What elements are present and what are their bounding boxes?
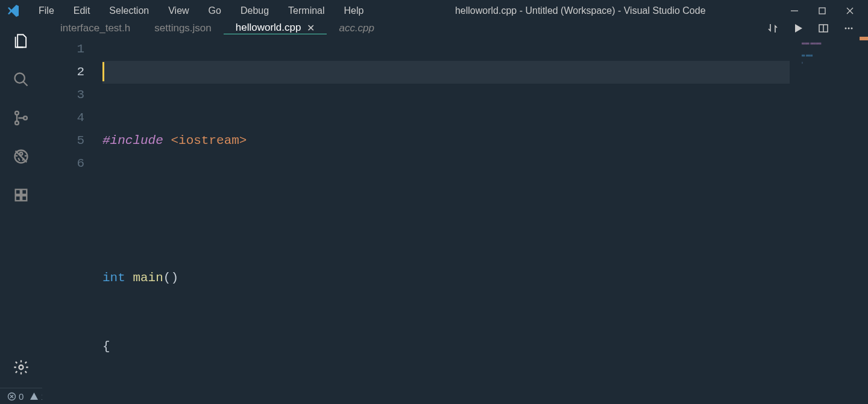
line-number: 1 [42,38,84,61]
svg-rect-15 [22,196,27,200]
tok: int [102,271,125,285]
code-content[interactable]: #include <iostream> int main() { std::co… [102,34,868,404]
minimize-icon[interactable] [788,5,800,17]
menu-terminal[interactable]: Terminal [280,2,333,20]
svg-rect-12 [16,190,20,194]
line-number: 3 [42,84,84,107]
source-control-icon[interactable] [9,106,33,130]
line-gutter: 1 2 3 4 5 6 [42,34,102,404]
tab-helloworld[interactable]: helloworld.cpp ✕ [224,22,327,34]
line-number: 2 [42,61,84,84]
more-icon[interactable] [843,22,855,34]
code-editor[interactable]: 1 2 3 4 5 6 #include <iostream> int main… [42,34,868,404]
menu-file[interactable]: File [30,2,63,20]
tab-interface-test[interactable]: interface_test.h [48,22,142,34]
run-icon[interactable] [792,22,804,34]
tok: () [163,271,178,285]
tab-label: helloworld.cpp [236,22,301,34]
activitybar [0,22,42,388]
svg-point-8 [24,116,27,120]
editor-cursor [102,62,104,81]
tab-label: interface_test.h [60,22,130,34]
svg-point-4 [15,73,25,83]
svg-point-21 [851,27,853,29]
tok: #include [102,134,163,148]
svg-point-7 [15,121,19,125]
window-title: helloworld.cpp - Untitled (Workspace) - … [372,5,788,16]
minimap[interactable]: ███████ ██████████ ███ ██████ █ ████████… [802,38,862,68]
debug-icon[interactable] [9,145,33,169]
window-controls [788,5,862,17]
menu-help[interactable]: Help [336,2,373,20]
tab-label: acc.cpp [339,22,374,34]
close-icon[interactable] [844,5,856,17]
line-number: 5 [42,129,84,152]
svg-rect-13 [22,190,27,194]
close-tab-icon[interactable]: ✕ [307,22,315,34]
svg-rect-1 [819,8,825,14]
extensions-icon[interactable] [9,183,33,207]
vscode-logo-icon [6,4,20,18]
split-editor-icon[interactable] [817,22,829,34]
menubar: File Edit Selection View Go Debug Termin… [30,2,372,20]
line-number: 6 [42,152,84,175]
tab-settings-json[interactable]: settings.json [142,22,224,34]
editor-tabs: interface_test.h settings.json helloworl… [42,22,868,34]
active-line-highlight [102,61,790,84]
svg-point-6 [15,111,19,115]
line-number: 4 [42,107,84,129]
menu-go[interactable]: Go [200,2,230,20]
svg-point-16 [19,365,24,370]
compare-changes-icon[interactable] [767,22,779,34]
status-errors[interactable]: 0 [7,391,24,402]
search-icon[interactable] [9,67,33,92]
tab-label: settings.json [154,22,212,34]
tok: <iostream> [163,134,247,148]
maximize-icon[interactable] [816,5,828,17]
svg-rect-14 [16,196,20,200]
titlebar: File Edit Selection View Go Debug Termin… [0,0,868,22]
menu-selection[interactable]: Selection [101,2,157,20]
tok: main [125,271,163,285]
tab-acc-cpp[interactable]: acc.cpp [327,22,386,34]
menu-edit[interactable]: Edit [65,2,99,20]
errors-count: 0 [19,391,24,402]
svg-point-20 [848,27,850,29]
tok: { [102,340,110,353]
explorer-icon[interactable] [9,29,33,53]
menu-debug[interactable]: Debug [232,2,277,20]
scroll-marker [860,37,868,40]
svg-line-5 [24,82,28,86]
settings-gear-icon[interactable] [9,355,33,379]
svg-point-19 [845,27,847,29]
menu-view[interactable]: View [160,2,197,20]
